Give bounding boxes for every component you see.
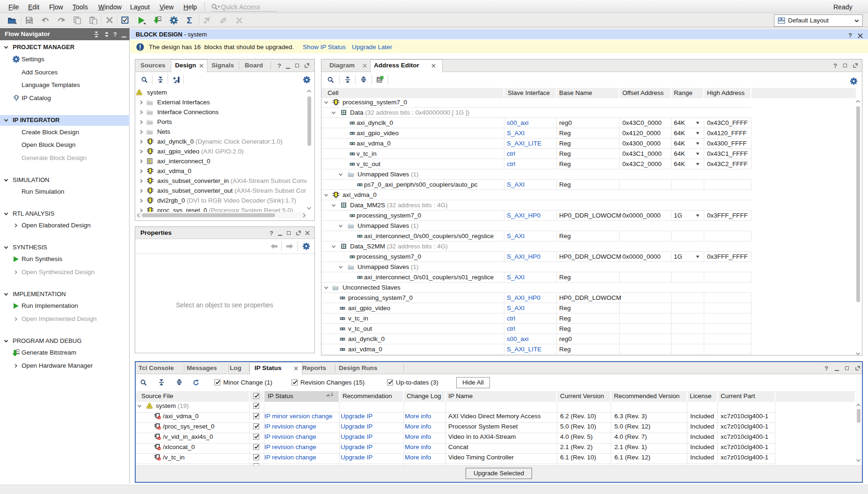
svg-text:10: 10 — [158, 19, 161, 21]
svg-text:10: 10 — [17, 352, 20, 354]
